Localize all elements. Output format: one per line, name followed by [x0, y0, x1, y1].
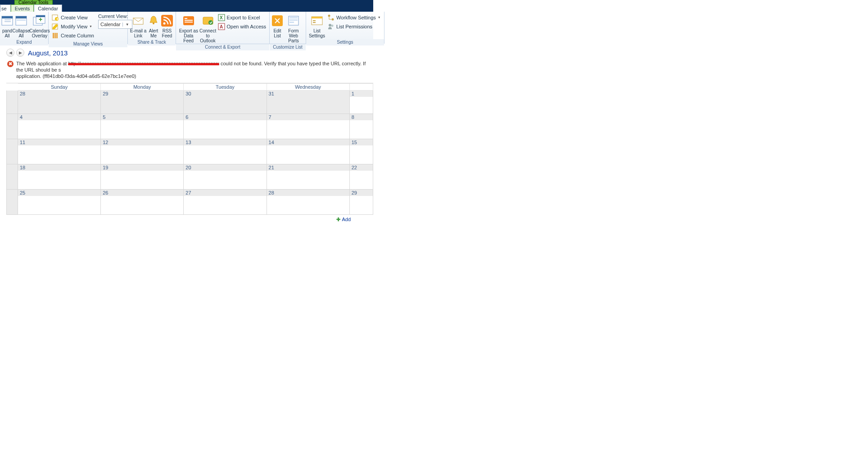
calendar-day[interactable]: 28	[18, 91, 101, 114]
calendar-day[interactable]: 26	[101, 190, 184, 215]
svg-rect-23	[185, 18, 187, 19]
ribbon: pand All Collapse All + Calendars Overla…	[0, 12, 373, 44]
next-month-button[interactable]: ▶	[16, 49, 24, 57]
list-settings-button[interactable]: List Settings	[308, 13, 326, 38]
day-number: 1	[350, 91, 373, 97]
day-header: Sunday	[18, 83, 101, 91]
group-label-manage-views: Manage Views	[49, 41, 127, 47]
group-label-expand: Expand	[0, 39, 48, 45]
svg-rect-1	[2, 16, 13, 18]
calendar-day[interactable]: 11	[18, 139, 101, 164]
access-icon: A	[218, 23, 225, 30]
calendars-overlay-button[interactable]: + Calendars Overlay	[30, 13, 50, 38]
calendar-day[interactable]: 28	[267, 190, 350, 215]
calendar-day[interactable]: 5	[101, 114, 184, 139]
edit-list-button[interactable]: Edit List	[271, 13, 283, 38]
svg-text:X: X	[220, 15, 223, 20]
workflow-icon	[327, 14, 335, 21]
calendar-week: 2526272829	[6, 190, 373, 215]
day-number: 28	[18, 91, 100, 97]
calendar-day[interactable]: 21	[267, 164, 350, 190]
create-view-button[interactable]: ✦ Create View	[52, 14, 94, 21]
day-number: 8	[350, 114, 373, 120]
chevron-right-icon: ▶	[19, 50, 22, 55]
group-label-connect-export: Connect & Export	[176, 44, 269, 50]
day-number: 26	[101, 190, 183, 196]
calendar-day[interactable]: 12	[101, 139, 184, 164]
svg-text:+: +	[39, 16, 42, 23]
tab-browse[interactable]: se	[0, 5, 11, 12]
connect-outlook-button[interactable]: Connect to Outlook	[199, 13, 217, 43]
calendar-week: 45678	[6, 114, 373, 139]
modify-view-button[interactable]: Modify View ▼	[52, 23, 94, 30]
calendar-day[interactable]: 13	[184, 139, 267, 164]
list-permissions-button[interactable]: List Permissions	[327, 23, 381, 30]
svg-point-21	[163, 23, 166, 25]
svg-rect-16	[54, 33, 56, 38]
calendar-content: ◀ ▶ August, 2013 ✖ The Web application a…	[0, 44, 373, 224]
day-number: 29	[101, 91, 183, 97]
svg-rect-36	[289, 22, 294, 23]
day-number: 18	[18, 164, 100, 171]
current-view-label: Current View:	[98, 14, 132, 19]
week-gutter[interactable]	[6, 114, 18, 139]
calendar-day[interactable]: 4	[18, 114, 101, 139]
calendar-week: 1819202122	[6, 164, 373, 190]
group-label-settings: Settings	[306, 39, 384, 45]
week-gutter[interactable]	[6, 139, 18, 164]
prev-month-button[interactable]: ◀	[6, 49, 14, 57]
day-number: 19	[101, 164, 183, 171]
calendar-day[interactable]: 19	[101, 164, 184, 190]
tab-calendar[interactable]: Calendar	[34, 5, 62, 12]
svg-point-19	[153, 23, 154, 24]
calendar-day[interactable]: 27	[184, 190, 267, 215]
calendar-day[interactable]: 15	[350, 139, 373, 164]
calendar-day[interactable]: 14	[267, 139, 350, 164]
calendar-day[interactable]: 18	[18, 164, 101, 190]
svg-rect-25	[185, 22, 193, 23]
workflow-settings-button[interactable]: Workflow Settings ▼	[327, 14, 381, 21]
calendar-day[interactable]: 1	[350, 91, 373, 114]
calendar-day[interactable]: 29	[101, 91, 184, 114]
calendar-day[interactable]: 31	[267, 91, 350, 114]
calendar-day[interactable]: 30	[184, 91, 267, 114]
svg-rect-6	[17, 19, 26, 21]
week-gutter[interactable]	[6, 190, 18, 215]
svg-rect-40	[313, 22, 316, 23]
dropdown-arrow-icon: ▼	[89, 25, 92, 28]
day-number: 21	[267, 164, 349, 171]
modify-view-icon	[52, 23, 59, 30]
calendar-day[interactable]: 8	[350, 114, 373, 139]
collapse-all-button[interactable]: Collapse All	[13, 13, 30, 38]
calendar-grid: Sunday Monday Tuesday Wednesday 28293031…	[6, 83, 373, 215]
day-number: 4	[18, 114, 100, 120]
calendar-day[interactable]: 6	[184, 114, 267, 139]
add-event-link[interactable]: ✚Add	[6, 215, 373, 224]
rss-feed-button[interactable]: RSS Feed	[160, 13, 174, 38]
email-link-button[interactable]: E-mail a Link	[130, 13, 147, 38]
create-column-button[interactable]: Create Column	[52, 32, 94, 39]
svg-rect-20	[161, 15, 173, 27]
week-gutter[interactable]	[6, 91, 18, 114]
alert-me-button[interactable]: Alert Me	[147, 13, 160, 38]
create-view-icon: ✦	[52, 14, 59, 21]
form-web-parts-button[interactable]: Form Web Parts	[283, 13, 304, 43]
current-view-dropdown[interactable]: Calendar ▼	[98, 20, 132, 29]
calendar-day[interactable]: 22	[350, 164, 373, 190]
day-header: Monday	[101, 83, 184, 91]
calendar-day[interactable]: 20	[184, 164, 267, 190]
calendar-day[interactable]: 29	[350, 190, 373, 215]
open-access-button[interactable]: A Open with Access	[218, 23, 266, 30]
calendar-day[interactable]: 7	[267, 114, 350, 139]
ribbon-group-connect-export: Export as Data Feed Connect to Outlook X…	[176, 12, 270, 44]
rss-icon	[160, 14, 174, 28]
day-header: Tuesday	[184, 83, 267, 91]
export-excel-button[interactable]: X Export to Excel	[218, 14, 266, 21]
create-column-icon	[52, 32, 59, 39]
calendar-day[interactable]: 25	[18, 190, 101, 215]
svg-point-41	[328, 14, 330, 17]
week-gutter[interactable]	[6, 164, 18, 190]
export-data-feed-button[interactable]: Export as Data Feed	[178, 13, 199, 43]
expand-all-button[interactable]: pand All	[2, 13, 13, 38]
tab-events[interactable]: Events	[11, 5, 34, 12]
